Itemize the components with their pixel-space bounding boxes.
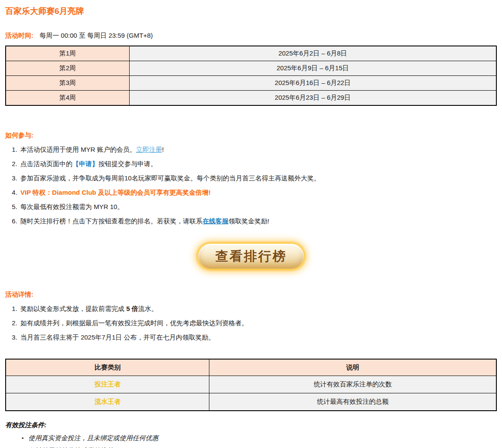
category-cell: 流水王者 xyxy=(6,393,209,411)
valid-bet-heading: 有效投注条件: xyxy=(5,421,497,429)
list-item: 每次最低有效投注额需为 MYR 10。 xyxy=(19,203,497,211)
dates-cell: 2025年6月9日 – 6月15日 xyxy=(129,61,496,76)
table-row: 第1周 2025年6月2日 – 6月8日 xyxy=(6,46,496,61)
table-row: 流水王者 统计最高有效投注的总额 xyxy=(6,393,496,411)
schedule-table: 第1周 2025年6月2日 – 6月8日 第2周 2025年6月9日 – 6月1… xyxy=(5,46,497,106)
categories-table: 比赛类别 说明 投注王者 统计有效百家乐注单的次数 流水王者 统计最高有效投注的… xyxy=(5,359,497,411)
list-item: 使用真实资金投注，且未绑定或使用任何优惠 xyxy=(22,434,497,442)
step6-suffix: 领取奖金奖励! xyxy=(228,217,269,225)
list-item: 点击活动页面中的【申请】按钮提交参与申请。 xyxy=(19,160,497,168)
list-item: 当月首三名得主将于 2025年7月1日 公布，并可在七月内领取奖励。 xyxy=(19,334,497,342)
turnover-multiplier: 5 倍 xyxy=(126,305,138,312)
view-leaderboard-button-label: 查看排行榜 xyxy=(215,249,287,263)
page-title: 百家乐大师赛6月亮牌 xyxy=(5,6,497,17)
table-row: 第2周 2025年6月9日 – 6月15日 xyxy=(6,61,496,76)
event-time-value: 每周一 00:00 至 每周日 23:59 (GMT+8) xyxy=(39,32,153,39)
how-to-join-heading: 如何参与: xyxy=(5,131,497,140)
event-time-label: 活动时间: xyxy=(5,32,33,39)
live-support-link[interactable]: 在线客服 xyxy=(202,217,228,225)
detail2-text: 如有成绩并列，则根据最后一笔有效投注完成时间，优先考虑最快达到资格者。 xyxy=(20,319,248,327)
table-header-row: 比赛类别 说明 xyxy=(6,359,496,376)
view-leaderboard-button[interactable]: 查看排行榜 xyxy=(197,243,305,270)
step2-suffix: 按钮提交参与申请。 xyxy=(98,160,157,167)
apply-button-mention: 【申请】 xyxy=(72,160,98,167)
category-name: 投注王者 xyxy=(95,380,121,388)
table-row: 第3周 2025年6月16日 – 6月22日 xyxy=(6,76,496,91)
dates-cell: 2025年6月16日 – 6月22日 xyxy=(129,76,496,91)
table-row: 投注王者 统计有效百家乐注单的次数 xyxy=(6,376,496,393)
table-row: 第4周 2025年6月23日 – 6月29日 xyxy=(6,91,496,106)
detail1-suffix: 流水。 xyxy=(138,305,158,312)
step6-text: 随时关注排行榜！点击下方按钮查看您的排名。若获奖，请联系 xyxy=(20,217,202,225)
list-item: VIP 特权：Diamond Club 及以上等级的会员可享有更高奖金倍增! xyxy=(19,189,497,197)
event-time-line: 活动时间: 每周一 00:00 至 每周日 23:59 (GMT+8) xyxy=(5,32,497,40)
list-item: 本活动仅适用于使用 MYR 账户的会员。立即注册! xyxy=(19,146,497,154)
step3-text: 参加百家乐游戏，并争取成为每周前10名玩家即可赢取奖金。每个类别的当月首三名得主… xyxy=(20,174,320,182)
detail1-text: 奖励以奖金形式发放，提款前需完成 xyxy=(20,305,126,312)
week-cell: 第3周 xyxy=(6,76,129,91)
category-cell: 投注王者 xyxy=(6,376,209,393)
step1-suffix: ! xyxy=(162,146,164,153)
valid-bet-list: 使用真实资金投注，且未绑定或使用任何优惠 仅计算已结算为输或赢的注单 不得在同一… xyxy=(5,434,497,448)
category-name: 流水王者 xyxy=(95,398,121,405)
category-header-cell: 比赛类别 xyxy=(6,359,209,376)
vip-privilege-text: VIP 特权：Diamond Club 及以上等级的会员可享有更高奖金倍增! xyxy=(20,189,211,196)
list-item: 随时关注排行榜！点击下方按钮查看您的排名。若获奖，请联系在线客服领取奖金奖励! xyxy=(19,217,497,226)
week-cell: 第1周 xyxy=(6,46,129,61)
description-cell: 统计有效百家乐注单的次数 xyxy=(209,376,496,393)
list-item: 参加百家乐游戏，并争取成为每周前10名玩家即可赢取奖金。每个类别的当月首三名得主… xyxy=(19,174,497,183)
details-heading: 活动详情: xyxy=(5,291,497,299)
step1-text: 本活动仅适用于使用 MYR 账户的会员。 xyxy=(20,146,136,153)
week-cell: 第2周 xyxy=(6,61,129,76)
dates-cell: 2025年6月2日 – 6月8日 xyxy=(129,46,496,61)
list-item: 如有成绩并列，则根据最后一笔有效投注完成时间，优先考虑最快达到资格者。 xyxy=(19,319,497,327)
register-link[interactable]: 立即注册 xyxy=(136,146,162,153)
week-cell: 第4周 xyxy=(6,91,129,106)
how-to-join-list: 本活动仅适用于使用 MYR 账户的会员。立即注册! 点击活动页面中的【申请】按钮… xyxy=(5,146,497,226)
description-header-cell: 说明 xyxy=(209,359,496,376)
dates-cell: 2025年6月23日 – 6月29日 xyxy=(129,91,496,106)
details-list: 奖励以奖金形式发放，提款前需完成 5 倍流水。 如有成绩并列，则根据最后一笔有效… xyxy=(5,305,497,342)
list-item: 奖励以奖金形式发放，提款前需完成 5 倍流水。 xyxy=(19,305,497,313)
promo-page: 百家乐大师赛6月亮牌 活动时间: 每周一 00:00 至 每周日 23:59 (… xyxy=(0,6,502,448)
detail3-text: 当月首三名得主将于 2025年7月1日 公布，并可在七月内领取奖励。 xyxy=(20,334,215,341)
leaderboard-button-wrap: 查看排行榜 xyxy=(5,243,497,270)
step2-text: 点击活动页面中的 xyxy=(20,160,72,167)
step5-text: 每次最低有效投注额需为 MYR 10。 xyxy=(20,203,124,210)
description-cell: 统计最高有效投注的总额 xyxy=(209,393,496,411)
